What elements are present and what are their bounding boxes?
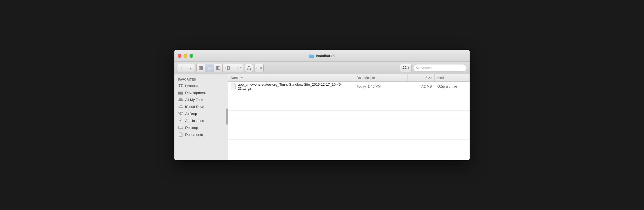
- cover-view-icon: [226, 66, 231, 70]
- search-icon: [416, 66, 419, 70]
- rocket-sidebar-icon: [178, 118, 183, 123]
- svg-rect-8: [208, 69, 212, 69]
- back-button[interactable]: ‹: [177, 64, 186, 72]
- sidebar-item-airdrop[interactable]: AirDrop: [174, 110, 228, 117]
- dropdown-arrow-icon: ▾: [408, 66, 409, 69]
- dropbox-button[interactable]: ▾: [400, 64, 412, 72]
- table-row[interactable]: app_timowens-stateu-org_Tim-s-Sandbox-Si…: [228, 82, 470, 91]
- file-size: 7.2 MB: [421, 84, 432, 88]
- arrange-button[interactable]: ▾: [234, 64, 243, 72]
- monitor-sidebar-icon: [178, 125, 183, 130]
- forward-button[interactable]: ›: [186, 64, 195, 72]
- traffic-lights: [178, 54, 193, 58]
- tag-icon: [256, 66, 262, 70]
- sidebar-item-label-documents: Documents: [185, 133, 203, 137]
- folder-sidebar-icon: [178, 90, 183, 95]
- column-header-size[interactable]: Size: [408, 74, 435, 81]
- sidebar-item-development[interactable]: Development: [174, 89, 228, 96]
- nav-buttons: ‹ ›: [177, 64, 195, 72]
- svg-marker-23: [402, 66, 405, 67]
- file-kind: GZip archive: [437, 84, 457, 88]
- sidebar-item-label-all-my-files: All My Files: [185, 98, 203, 102]
- sidebar-item-label-desktop: Desktop: [185, 126, 198, 130]
- file-size-cell: 7.2 MB: [408, 84, 435, 88]
- svg-rect-5: [201, 68, 203, 70]
- sidebar-section-favorites: Favorites: [174, 77, 228, 82]
- svg-rect-12: [227, 66, 230, 70]
- column-size-label: Size: [425, 76, 432, 80]
- sidebar-item-applications[interactable]: Applications: [174, 117, 228, 124]
- file-kind-cell: GZip archive: [435, 84, 470, 88]
- finder-window: Installatron ‹ ›: [174, 50, 470, 160]
- svg-rect-6: [208, 67, 212, 67]
- close-button[interactable]: [178, 54, 181, 58]
- title-bar: Installatron: [174, 50, 470, 62]
- svg-rect-10: [218, 66, 219, 70]
- svg-point-40: [180, 114, 181, 115]
- sidebar-item-icloud[interactable]: iCloud Drive: [174, 103, 228, 110]
- svg-rect-3: [201, 66, 203, 68]
- svg-marker-25: [402, 68, 405, 69]
- upload-icon: [247, 66, 251, 70]
- svg-rect-9: [216, 66, 217, 70]
- forward-icon: ›: [190, 66, 191, 70]
- search-box[interactable]: Search: [413, 64, 467, 72]
- list-view-icon: [207, 66, 212, 70]
- column-header-date[interactable]: Date Modified: [354, 74, 408, 81]
- sort-arrow-icon: ▼: [241, 76, 243, 79]
- content-area: Favorites Dropbox: [174, 74, 470, 160]
- dropbox-icon: [402, 66, 407, 70]
- svg-marker-33: [181, 85, 183, 87]
- cover-view-button[interactable]: [223, 64, 234, 72]
- icon-view-icon: [199, 66, 203, 70]
- empty-row: [228, 101, 470, 111]
- file-date-cell: Today, 1:46 PM: [354, 84, 408, 88]
- svg-point-41: [180, 120, 181, 121]
- svg-rect-2: [199, 66, 201, 68]
- view-mode-buttons: ▾: [196, 64, 243, 72]
- sidebar-item-label-dropbox: Dropbox: [185, 84, 198, 88]
- dropbox-sidebar-icon: [178, 83, 183, 88]
- file-date: Today, 1:46 PM: [357, 84, 381, 88]
- svg-point-16: [238, 67, 238, 68]
- svg-rect-38: [179, 98, 182, 99]
- column-header-kind[interactable]: Kind: [435, 74, 470, 81]
- share-button[interactable]: [245, 64, 253, 72]
- column-header-name[interactable]: Name ▼: [228, 74, 354, 81]
- sidebar-item-dropbox[interactable]: Dropbox: [174, 82, 228, 89]
- list-view-button[interactable]: [205, 64, 214, 72]
- svg-rect-42: [178, 126, 183, 129]
- svg-rect-35: [178, 92, 180, 92]
- svg-marker-31: [181, 84, 183, 85]
- doc-sidebar-icon: [178, 132, 183, 137]
- file-list-header: Name ▼ Date Modified Size Kind: [228, 74, 470, 82]
- sidebar-item-all-my-files[interactable]: All My Files: [174, 96, 228, 103]
- airdrop-sidebar-icon: [178, 111, 183, 116]
- arrange-icon: [236, 66, 240, 70]
- tag-button[interactable]: [255, 64, 264, 72]
- window-title: Installatron: [316, 54, 335, 58]
- folder-icon: [309, 54, 314, 58]
- maximize-button[interactable]: [189, 54, 193, 58]
- file-icon: [231, 84, 236, 89]
- svg-line-29: [418, 68, 419, 69]
- icon-view-button[interactable]: [197, 64, 205, 72]
- svg-rect-14: [230, 67, 231, 69]
- back-icon: ‹: [181, 66, 182, 70]
- svg-point-28: [417, 67, 418, 68]
- empty-row: [228, 120, 470, 130]
- minimize-button[interactable]: [184, 54, 187, 58]
- search-placeholder: Search: [421, 66, 432, 70]
- column-view-button[interactable]: [214, 64, 223, 72]
- empty-row: [228, 111, 470, 120]
- sidebar-item-documents[interactable]: Documents: [174, 131, 228, 138]
- file-name: app_timowens-stateu-org_Tim-s-Sandbox-Si…: [238, 82, 351, 90]
- sidebar-item-label-development: Development: [185, 91, 206, 95]
- sidebar-scrollbar[interactable]: [226, 108, 228, 125]
- column-kind-label: Kind: [437, 76, 444, 80]
- svg-rect-4: [199, 68, 201, 70]
- sidebar-item-desktop[interactable]: Desktop: [174, 124, 228, 131]
- svg-marker-30: [178, 84, 181, 85]
- file-list: Name ▼ Date Modified Size Kind app_timow…: [228, 74, 470, 160]
- toolbar: ‹ ›: [174, 62, 470, 74]
